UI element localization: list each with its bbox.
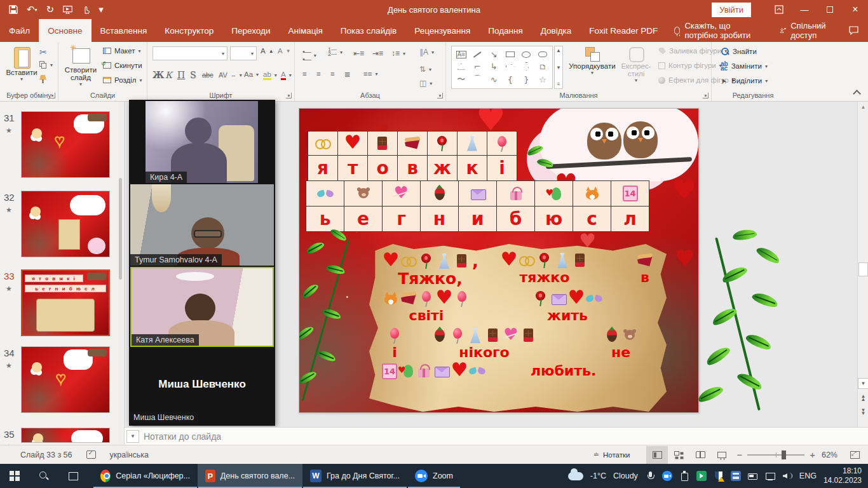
taskbar-app-chrome[interactable]: Серіал «Люцифер... — [93, 464, 198, 488]
minimize-button[interactable]: — — [792, 0, 817, 19]
shape-brace-left[interactable]: { — [508, 75, 513, 85]
shape-down-arrow[interactable] — [524, 62, 529, 71]
comments-icon[interactable] — [844, 21, 863, 40]
thumbnail-slide-34[interactable]: 34 ★ ♥ — [0, 346, 125, 414]
tell-me-box[interactable]: Скажіть, що потрібно зробити — [667, 19, 773, 42]
bullets-button[interactable]: •—•—▾ — [302, 48, 316, 63]
app-tray-icon[interactable] — [731, 471, 741, 481]
arrange-button[interactable]: Упорядкувати▾ — [568, 46, 616, 76]
thumbnail-slide-33-current[interactable]: 33 ★ я т о в ж к і ь е г н и б ю с л — [0, 269, 125, 337]
strikethrough-button[interactable]: abc — [202, 71, 214, 79]
shape-elbow-arrow[interactable]: ↳ — [491, 62, 498, 71]
customize-qat-icon[interactable]: ▾ — [98, 4, 104, 15]
shape-textbox[interactable]: A≡ — [456, 51, 467, 58]
slide-sorter-view-button[interactable] — [668, 446, 689, 464]
save-icon[interactable] — [9, 5, 18, 14]
restore-button[interactable] — [817, 0, 843, 19]
tab-insert[interactable]: Вставлення — [92, 19, 156, 42]
tab-home[interactable]: Основне — [39, 19, 91, 42]
align-center-button[interactable]: ≡ — [316, 70, 321, 78]
zoom-out-button[interactable]: − — [736, 449, 742, 460]
scroll-down-button[interactable]: ▼ — [858, 378, 868, 389]
grow-font-button[interactable]: A▲ — [261, 47, 274, 55]
fit-slide-button[interactable] — [844, 446, 865, 464]
shape-arc[interactable]: ⌒ — [473, 74, 482, 85]
participant-video[interactable]: Кира 4-А — [146, 101, 258, 183]
taskbar-app-word[interactable]: W Гра до Дня Святог... — [302, 464, 407, 488]
shape-curve[interactable]: ∿ — [491, 75, 498, 85]
zoom-slider-thumb[interactable] — [782, 451, 786, 459]
rebus-parchment[interactable]: , Тяжко, тяжко в світі — [369, 244, 667, 412]
tab-review[interactable]: Рецензування — [405, 19, 479, 42]
weather-icon[interactable] — [568, 472, 583, 480]
close-button[interactable]: × — [843, 0, 868, 19]
zoom-slider[interactable] — [747, 454, 804, 456]
shape-callout[interactable]: 🗅 — [539, 62, 547, 71]
shape-line[interactable] — [473, 51, 481, 57]
normal-view-button[interactable] — [646, 446, 668, 464]
taskbar-app-powerpoint[interactable]: P День святого вале... — [198, 464, 302, 488]
new-slide-button[interactable]: Створити слайд▾ — [61, 46, 100, 87]
underline-button[interactable]: П — [177, 70, 185, 80]
text-shadow-button[interactable]: S — [190, 70, 196, 80]
cipher-table-row2[interactable]: 14 ь е г н и б ю с л — [306, 180, 649, 232]
volume-tray-icon[interactable] — [782, 471, 792, 481]
zoom-participants-panel[interactable]: Кира 4-А Tymur Samohvalov 4-A Катя Алекс… — [129, 100, 275, 426]
format-painter-button[interactable] — [39, 75, 46, 83]
smartart-button[interactable]: ◫▾ — [419, 79, 432, 88]
task-view-button[interactable] — [58, 464, 88, 488]
cut-button[interactable]: ✂ — [39, 47, 47, 57]
security-shield-tray-icon[interactable] — [714, 471, 724, 481]
start-slideshow-icon[interactable] — [63, 6, 72, 14]
copy-button[interactable]: ▾ — [39, 61, 53, 69]
slide-33[interactable]: ♥ ♥ ♥ ♥ ♥ ♥ ♥ ♥ — [299, 108, 699, 413]
increase-indent-button[interactable]: ⇥≡ — [372, 49, 383, 58]
section-button[interactable]: Розділ▾ — [103, 76, 142, 84]
numbering-button[interactable]: 1—2—▾ — [328, 48, 342, 57]
find-button[interactable]: Знайти — [721, 47, 757, 56]
clock[interactable]: 18:10 14.02.2023 — [824, 466, 862, 485]
shapes-gallery[interactable]: A≡ ↘ ⌐ ↳ 🗅 〜 ⌒ ∿ { } ☆ — [451, 46, 553, 89]
tab-view[interactable]: Подання — [479, 19, 532, 42]
shape-arrow-line[interactable]: ↘ — [491, 50, 498, 59]
tab-transitions[interactable]: Переходи — [222, 19, 279, 42]
tab-file[interactable]: Файл — [0, 19, 39, 42]
paragraph-dialog-launcher[interactable] — [437, 93, 443, 98]
font-size-combo[interactable]: ▾ — [230, 46, 257, 60]
bold-button[interactable]: Ж — [153, 70, 164, 80]
clipboard-dialog-launcher[interactable] — [50, 93, 55, 98]
spellcheck-icon[interactable] — [86, 451, 96, 459]
scroll-up-button[interactable]: ▲ — [858, 102, 868, 112]
screenshare-tray-icon[interactable] — [696, 471, 707, 481]
align-left-button[interactable]: ≡ — [302, 70, 308, 78]
columns-button[interactable]: ≡≡▾ — [363, 70, 377, 78]
align-text-button[interactable]: ⇅▾ — [419, 65, 431, 74]
text-direction-button[interactable]: ∥A▾ — [419, 48, 434, 57]
quick-styles-button[interactable]: Експрес-стилі▾ — [616, 46, 656, 83]
thumbnail-slide-31[interactable]: 31 ★ ♥ — [0, 111, 125, 179]
zoom-level[interactable]: 62% — [822, 451, 837, 459]
weather-condition[interactable]: Cloudy — [613, 471, 638, 480]
notes-splitter-button[interactable]: ▼ — [126, 430, 139, 443]
layout-button[interactable]: Макет▾ — [103, 47, 141, 55]
shape-rounded-rectangle[interactable] — [538, 51, 547, 57]
microphone-tray-icon[interactable] — [645, 471, 655, 481]
shrink-font-button[interactable]: A▼ — [278, 47, 291, 55]
battery-tray-icon[interactable] — [748, 471, 758, 481]
weather-temperature[interactable]: -1°C — [590, 471, 606, 480]
reading-view-button[interactable] — [689, 446, 711, 464]
cipher-table-row1[interactable]: я т о в ж к і — [308, 131, 517, 181]
shapes-gallery-scroll[interactable]: ▲▼≡ — [554, 46, 563, 89]
network-tray-icon[interactable] — [765, 471, 775, 481]
previous-slide-button[interactable]: ▲▲ — [858, 393, 868, 403]
redo-icon[interactable]: ↻ — [46, 4, 55, 15]
ribbon-display-options-icon[interactable] — [766, 0, 792, 19]
thumbnail-scrollbar[interactable] — [118, 102, 123, 445]
keyboard-language[interactable]: ENG — [799, 471, 817, 480]
align-right-button[interactable]: ≡ — [330, 70, 335, 78]
shape-triangle[interactable] — [458, 64, 465, 70]
slideshow-view-button[interactable] — [711, 446, 733, 464]
paste-button[interactable]: Вставити▾ — [5, 46, 38, 82]
highlight-button[interactable]: ab▾ — [263, 71, 277, 80]
select-button[interactable]: Виділити▾ — [721, 76, 768, 85]
